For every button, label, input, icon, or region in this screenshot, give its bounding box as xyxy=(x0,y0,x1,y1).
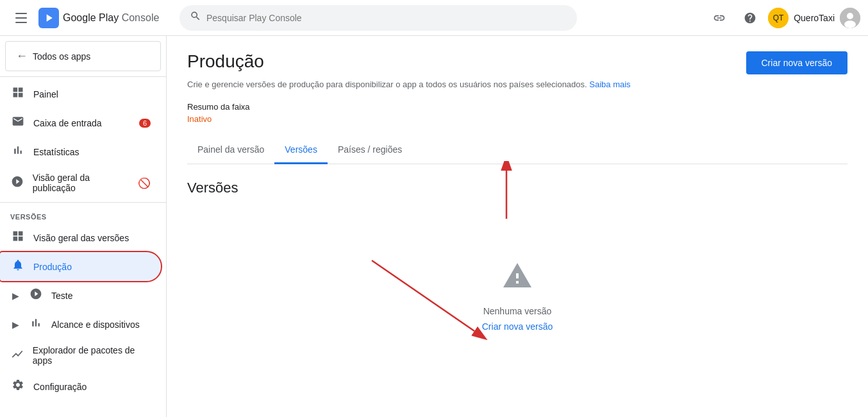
sidebar-alcance-label: Alcance e dispositivos xyxy=(51,319,140,330)
hamburger-menu-button[interactable] xyxy=(8,5,33,31)
status-badge: Inativo xyxy=(187,114,847,124)
back-to-all-apps-button[interactable]: ← Todos os apps xyxy=(5,41,161,71)
header-right: QT QueroTaxi xyxy=(706,5,860,31)
sidebar-item-explorador[interactable]: Explorador de pacotes de apps xyxy=(0,339,161,372)
create-version-link[interactable]: Criar nova versão xyxy=(482,321,553,332)
explorador-icon xyxy=(10,348,25,364)
estatisticas-icon xyxy=(10,144,26,160)
logo-area: Google Play Console xyxy=(38,8,159,28)
sidebar-item-painel[interactable]: Painel xyxy=(0,80,161,108)
configuracao-icon xyxy=(10,379,26,395)
alcance-chevron-left: ▶ xyxy=(10,319,21,330)
page-title: Produção xyxy=(187,51,264,72)
play-console-logo-icon xyxy=(38,8,59,28)
page-title-area: Produção xyxy=(187,51,264,72)
main-content: Produção Criar nova versão Crie e gerenc… xyxy=(167,36,868,417)
resumo-label: Resumo da faixa xyxy=(187,102,847,112)
sidebar-item-visao-publicacao[interactable]: Visão geral da publicação 🚫 xyxy=(0,166,161,200)
visao-publicacao-icon xyxy=(10,175,25,191)
sidebar: ← Todos os apps Painel Caixa de entrada … xyxy=(0,36,167,417)
sidebar-producao-label: Produção xyxy=(33,262,72,272)
versoes-section-label: Versões xyxy=(0,205,166,223)
sidebar-item-visao-versoes[interactable]: Visão geral das versões xyxy=(0,223,161,252)
page-subtitle: Crie e gerencie versões de produção para… xyxy=(187,80,847,89)
tabs-bar: Painel da versão Versões Países / regiõe… xyxy=(187,137,847,164)
sidebar-caixa-label: Caixa de entrada xyxy=(33,118,102,128)
sidebar-visao-versoes-label: Visão geral das versões xyxy=(33,233,129,243)
app-name: Google Play Console xyxy=(63,12,159,24)
sidebar-item-alcance[interactable]: ▶ Alcance e dispositivos xyxy=(0,310,161,339)
svg-point-3 xyxy=(847,13,853,19)
empty-state: Nenhuma versão Criar nova versão xyxy=(187,222,847,370)
create-version-button-top[interactable]: Criar nova versão xyxy=(746,51,848,74)
sidebar-item-configuracao[interactable]: Configuração xyxy=(0,372,161,401)
search-input[interactable] xyxy=(206,13,567,23)
teste-chevron-left: ▶ xyxy=(10,291,21,301)
sidebar-painel-label: Painel xyxy=(33,89,58,99)
sidebar-teste-label: Teste xyxy=(51,291,72,301)
avatar[interactable]: QT xyxy=(768,8,789,28)
saiba-mais-link[interactable]: Saiba mais xyxy=(589,80,630,89)
caixa-entrada-icon xyxy=(10,115,26,131)
sidebar-item-teste[interactable]: ▶ Teste xyxy=(0,281,161,310)
link-button[interactable] xyxy=(706,5,732,31)
no-icon: 🚫 xyxy=(138,177,151,189)
tab-paises-regioes[interactable]: Países / regiões xyxy=(328,137,412,164)
svg-text:QT: QT xyxy=(773,13,784,22)
sidebar-visao-publicacao-label: Visão geral da publicação xyxy=(33,173,130,193)
back-label: Todos os apps xyxy=(33,51,90,62)
header-left: Google Play Console xyxy=(8,5,174,31)
versoes-section-title: Versões xyxy=(187,180,847,196)
visao-versoes-icon xyxy=(10,230,26,246)
painel-icon xyxy=(10,86,26,102)
sidebar-item-producao[interactable]: Produção xyxy=(0,252,161,281)
account-switcher-avatar[interactable] xyxy=(840,8,860,28)
tab-versoes[interactable]: Versões xyxy=(274,137,328,164)
sidebar-divider-1 xyxy=(0,76,166,77)
page-header: Produção Criar nova versão xyxy=(187,51,847,74)
tab-painel-versao[interactable]: Painel da versão xyxy=(187,137,274,164)
producao-icon xyxy=(10,259,26,275)
svg-point-4 xyxy=(844,21,856,28)
body-layout: ← Todos os apps Painel Caixa de entrada … xyxy=(0,36,868,417)
empty-text: Nenhuma versão xyxy=(483,306,552,316)
back-arrow-icon: ← xyxy=(16,49,28,63)
help-button[interactable] xyxy=(737,5,763,31)
sidebar-explorador-label: Explorador de pacotes de apps xyxy=(33,345,151,366)
teste-icon xyxy=(28,287,44,303)
warning-icon xyxy=(502,260,533,298)
caixa-badge: 6 xyxy=(139,119,151,128)
header: Google Play Console QT xyxy=(0,0,868,36)
sidebar-item-estatisticas[interactable]: Estatísticas xyxy=(0,137,161,166)
user-name-label[interactable]: QueroTaxi xyxy=(794,13,835,23)
sidebar-configuracao-label: Configuração xyxy=(33,382,87,392)
sidebar-divider-2 xyxy=(0,202,166,203)
hamburger-icon xyxy=(13,10,28,26)
search-bar[interactable] xyxy=(179,5,577,31)
alcance-icon xyxy=(28,316,44,332)
sidebar-item-caixa-entrada[interactable]: Caixa de entrada 6 xyxy=(0,108,161,137)
search-icon xyxy=(190,10,201,25)
sidebar-estatisticas-label: Estatísticas xyxy=(33,147,79,157)
